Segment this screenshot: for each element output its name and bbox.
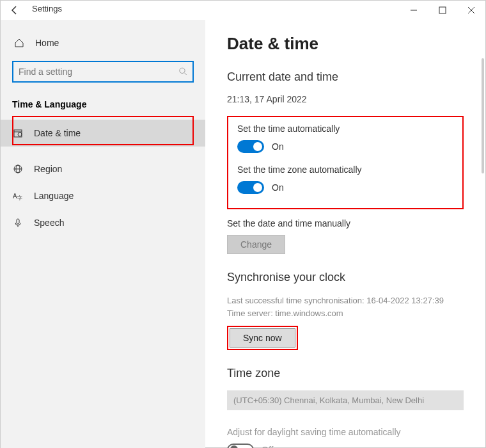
microphone-icon bbox=[12, 218, 24, 228]
arrow-left-icon bbox=[10, 5, 20, 15]
search-icon bbox=[179, 67, 187, 76]
auto-time-state: On bbox=[272, 141, 284, 152]
auto-time-label: Set the time automatically bbox=[237, 124, 453, 134]
language-icon: A字 bbox=[12, 191, 24, 201]
timezone-dropdown: (UTC+05:30) Chennai, Kolkata, Mumbai, Ne… bbox=[227, 390, 464, 410]
auto-zone-label: Set the time zone automatically bbox=[237, 164, 453, 175]
auto-time-toggle[interactable] bbox=[237, 140, 264, 153]
sync-heading: Synchronise your clock bbox=[227, 271, 464, 284]
home-icon bbox=[13, 38, 25, 48]
auto-zone-state: On bbox=[272, 182, 284, 193]
nav-speech[interactable]: Speech bbox=[1, 209, 205, 236]
maximize-button[interactable] bbox=[428, 1, 457, 20]
sync-last: Last successful time synchronisation: 16… bbox=[227, 294, 464, 307]
svg-text:A: A bbox=[13, 193, 17, 200]
svg-line-5 bbox=[184, 73, 186, 75]
dst-toggle bbox=[227, 444, 254, 448]
nav-label: Language bbox=[34, 191, 74, 201]
titlebar: Settings bbox=[1, 1, 485, 20]
back-button[interactable] bbox=[5, 3, 24, 18]
dst-state: Off bbox=[262, 445, 273, 448]
page-heading: Date & time bbox=[227, 34, 464, 54]
change-button: Change bbox=[227, 235, 285, 254]
svg-rect-1 bbox=[439, 7, 446, 13]
search-input-wrap[interactable] bbox=[12, 61, 194, 83]
content-area: Date & time Current date and time 21:13,… bbox=[205, 20, 485, 448]
maximize-icon bbox=[439, 6, 446, 14]
nav-language[interactable]: A字 Language bbox=[1, 182, 205, 209]
close-icon bbox=[467, 6, 475, 14]
sync-now-button[interactable]: Sync now bbox=[230, 328, 295, 348]
minimize-icon bbox=[410, 6, 418, 14]
manual-label: Set the date and time manually bbox=[227, 218, 464, 228]
svg-rect-14 bbox=[17, 219, 19, 224]
close-button[interactable] bbox=[457, 1, 485, 20]
sidebar: Home Time & Language Date & time Region … bbox=[1, 20, 205, 448]
window-title: Settings bbox=[32, 4, 62, 13]
scrollbar[interactable] bbox=[482, 58, 484, 173]
calendar-icon bbox=[12, 128, 24, 138]
minimize-button[interactable] bbox=[399, 1, 428, 20]
auto-zone-toggle[interactable] bbox=[237, 181, 264, 194]
nav-date-time[interactable]: Date & time bbox=[1, 120, 205, 147]
home-button[interactable]: Home bbox=[1, 33, 205, 53]
svg-text:字: 字 bbox=[17, 195, 22, 201]
dst-label: Adjust for daylight saving time automati… bbox=[227, 427, 464, 437]
search-input[interactable] bbox=[19, 67, 179, 77]
home-label: Home bbox=[35, 38, 59, 48]
nav-label: Date & time bbox=[34, 128, 81, 138]
sync-server: Time server: time.windows.com bbox=[227, 307, 464, 320]
current-datetime-label: Current date and time bbox=[227, 70, 464, 84]
current-datetime-value: 21:13, 17 April 2022 bbox=[227, 94, 464, 104]
red-highlight-toggles: Set the time automatically On Set the ti… bbox=[227, 116, 464, 209]
nav-label: Speech bbox=[34, 218, 64, 228]
svg-point-4 bbox=[180, 68, 185, 73]
red-highlight-sync: Sync now bbox=[227, 326, 298, 350]
svg-point-8 bbox=[18, 132, 22, 136]
section-title: Time & Language bbox=[1, 94, 205, 120]
timezone-label: Time zone bbox=[227, 367, 464, 380]
